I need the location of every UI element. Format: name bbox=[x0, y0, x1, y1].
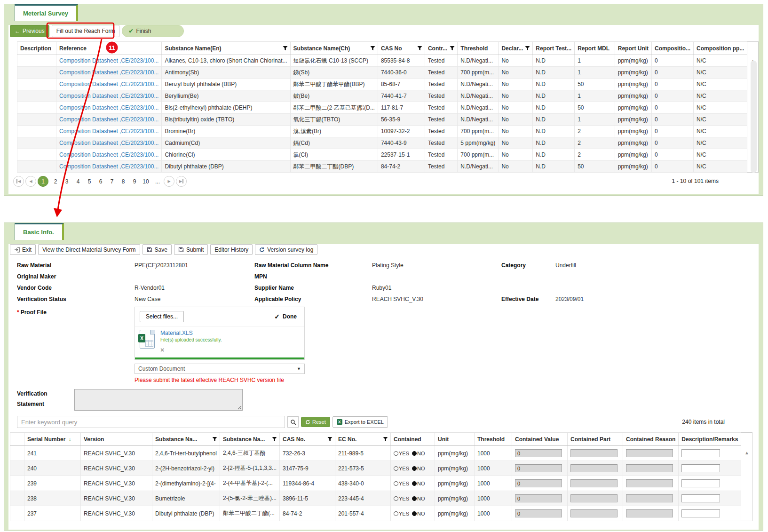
reference-link[interactable]: Composition Datasheet ,CE/2023/100... bbox=[59, 151, 158, 158]
radio-no-label[interactable]: NO bbox=[417, 481, 425, 486]
pager-page-number[interactable]: 3 bbox=[61, 178, 72, 185]
uploaded-file-link[interactable]: Material.XLS bbox=[160, 330, 222, 336]
pager-page-number[interactable]: 2 bbox=[50, 178, 61, 185]
previous-button[interactable]: ← Previous bbox=[10, 25, 49, 37]
substance-row[interactable]: Composition Datasheet ,CE/2023/100... Ch… bbox=[17, 149, 747, 161]
col-threshold[interactable]: Threshold bbox=[458, 42, 499, 55]
svhc-row[interactable]: 241 REACH SVHC_V.30 2,4,6-Tri-tert-butyl… bbox=[10, 446, 741, 461]
reference-link[interactable]: Composition Datasheet ,CE/2023/100... bbox=[59, 69, 158, 76]
col-threshold[interactable]: Threshold bbox=[475, 433, 512, 446]
description-remarks-input[interactable] bbox=[681, 464, 720, 472]
col-declar[interactable]: Declar... bbox=[499, 42, 533, 55]
reference-link[interactable]: Composition Datasheet ,CE/2023/100... bbox=[59, 104, 158, 111]
panel-scrollbar[interactable] bbox=[751, 61, 757, 173]
resize-handle-icon[interactable] bbox=[237, 405, 242, 410]
radio-yes[interactable] bbox=[394, 511, 398, 516]
description-remarks-input[interactable] bbox=[681, 479, 720, 487]
col-cas-no[interactable]: CAS No. bbox=[280, 433, 335, 446]
col-compositio[interactable]: Compositio... bbox=[652, 42, 694, 55]
col-substance-name-en[interactable]: Substance Name(En) bbox=[162, 42, 290, 55]
substance-row[interactable]: Composition Datasheet ,CE/2023/100... Al… bbox=[17, 55, 747, 67]
keyword-search-input[interactable] bbox=[17, 416, 285, 428]
search-button[interactable] bbox=[287, 416, 299, 428]
version-survey-log-button[interactable]: Version survey log bbox=[255, 244, 317, 255]
radio-no-label[interactable]: NO bbox=[417, 466, 425, 471]
col-version[interactable]: Version bbox=[81, 433, 152, 446]
col-report-unit[interactable]: Report Unit bbox=[615, 42, 651, 55]
pager-next-button[interactable]: ▶ bbox=[164, 176, 174, 187]
pager-prev-button[interactable]: ◀ bbox=[25, 176, 36, 187]
svhc-row[interactable]: 239 REACH SVHC_V.30 2-(dimethylamino)-2-… bbox=[10, 476, 741, 491]
col-description-remarks[interactable]: Description/Remarks bbox=[679, 433, 741, 446]
pager-page-active[interactable]: 1 bbox=[38, 176, 48, 187]
remove-file-icon[interactable]: × bbox=[160, 346, 167, 354]
radio-no[interactable] bbox=[412, 511, 417, 516]
col-contained-reason[interactable]: Contained Reason bbox=[623, 433, 679, 446]
substance-row[interactable]: Composition Datasheet ,CE/2023/100... Be… bbox=[17, 79, 747, 90]
filter-icon[interactable] bbox=[370, 46, 375, 51]
save-button[interactable]: Save bbox=[143, 244, 172, 255]
tab-basic-info[interactable]: Basic Info. bbox=[15, 223, 64, 240]
radio-no-label[interactable]: NO bbox=[417, 451, 425, 456]
pager-page-number[interactable]: 6 bbox=[95, 178, 106, 185]
editor-history-button[interactable]: Editor History bbox=[210, 244, 253, 255]
substance-row[interactable]: Composition Datasheet ,CE/2023/100... Br… bbox=[17, 126, 747, 137]
col-substance-name-en[interactable]: Substance Na... bbox=[152, 433, 220, 446]
radio-no-label[interactable]: NO bbox=[417, 511, 425, 516]
pager-page-number[interactable]: 10 bbox=[140, 178, 151, 185]
pager-page-number[interactable]: 5 bbox=[84, 178, 95, 185]
pager-page-number[interactable]: 8 bbox=[118, 178, 129, 185]
col-substance-name-ch[interactable]: Substance Name(Ch) bbox=[290, 42, 378, 55]
col-report-mdl[interactable]: Report MDL bbox=[575, 42, 615, 55]
filter-icon[interactable] bbox=[212, 437, 217, 442]
col-composition-pp[interactable]: Composition pp... bbox=[694, 42, 747, 55]
document-type-dropdown[interactable]: Custom Document ▼ bbox=[135, 364, 305, 374]
radio-yes[interactable] bbox=[394, 466, 398, 471]
radio-yes[interactable] bbox=[394, 496, 398, 501]
substance-row[interactable]: Composition Datasheet ,CE/2023/100... Ca… bbox=[17, 137, 747, 149]
pager-page-number[interactable]: 7 bbox=[106, 178, 118, 185]
exit-button[interactable]: Exit bbox=[10, 244, 36, 255]
description-remarks-input[interactable] bbox=[681, 494, 720, 502]
pager-page-number[interactable]: 9 bbox=[129, 178, 140, 185]
description-remarks-input[interactable] bbox=[681, 449, 720, 457]
radio-yes-label[interactable]: YES bbox=[399, 511, 409, 516]
table-scrollbar[interactable]: ▲ bbox=[741, 432, 752, 521]
radio-yes-label[interactable]: YES bbox=[399, 466, 409, 471]
radio-no[interactable] bbox=[412, 466, 417, 471]
filter-icon[interactable] bbox=[450, 46, 455, 51]
reference-link[interactable]: Composition Datasheet ,CE/2023/100... bbox=[59, 163, 158, 170]
col-contained[interactable]: Contained bbox=[391, 433, 435, 446]
col-contr[interactable]: Contr... bbox=[425, 42, 457, 55]
pager-first-button[interactable]: ◀ bbox=[13, 176, 24, 187]
reference-link[interactable]: Composition Datasheet ,CE/2023/100... bbox=[59, 140, 158, 146]
radio-no-label[interactable]: NO bbox=[417, 496, 425, 501]
reference-link[interactable]: Composition Datasheet ,CE/2023/100... bbox=[59, 81, 158, 87]
submit-button[interactable]: Submit bbox=[174, 244, 208, 255]
col-serial-number[interactable]: Serial Number↓ bbox=[24, 433, 81, 446]
radio-yes-label[interactable]: YES bbox=[399, 481, 409, 486]
col-contained-value[interactable]: Contained Value bbox=[512, 433, 568, 446]
substance-row[interactable]: Composition Datasheet ,CE/2023/100... Bi… bbox=[17, 102, 747, 114]
reference-link[interactable]: Composition Datasheet ,CE/2023/100... bbox=[59, 57, 158, 64]
col-unit[interactable]: Unit bbox=[435, 433, 475, 446]
upload-done-button[interactable]: ✓ Done bbox=[274, 313, 300, 320]
filter-icon[interactable] bbox=[383, 437, 388, 442]
reference-link[interactable]: Composition Datasheet ,CE/2023/100... bbox=[59, 93, 158, 99]
radio-yes[interactable] bbox=[394, 451, 398, 456]
pager-last-button[interactable]: ▶ bbox=[176, 176, 187, 187]
description-remarks-input[interactable] bbox=[681, 509, 720, 517]
substance-row[interactable]: Composition Datasheet ,CE/2023/100... Di… bbox=[17, 161, 747, 173]
col-substance-name-ch[interactable]: Substance Na... bbox=[220, 433, 279, 446]
radio-no[interactable] bbox=[412, 496, 417, 501]
radio-yes[interactable] bbox=[394, 481, 398, 486]
fill-out-reach-form-button[interactable]: Fill out the Reach Form bbox=[52, 25, 120, 37]
col-ec-no[interactable]: EC No. bbox=[335, 433, 391, 446]
col-report-test[interactable]: Report Test... bbox=[533, 42, 575, 55]
filter-icon[interactable] bbox=[417, 46, 422, 51]
tab-material-survey[interactable]: Meterial Survey bbox=[15, 4, 78, 21]
substance-row[interactable]: Composition Datasheet ,CE/2023/100... Be… bbox=[17, 90, 747, 102]
reference-link[interactable]: Composition Datasheet ,CE/2023/100... bbox=[59, 116, 158, 123]
radio-yes-label[interactable]: YES bbox=[399, 451, 409, 456]
scroll-up-icon[interactable]: ▲ bbox=[744, 451, 749, 455]
